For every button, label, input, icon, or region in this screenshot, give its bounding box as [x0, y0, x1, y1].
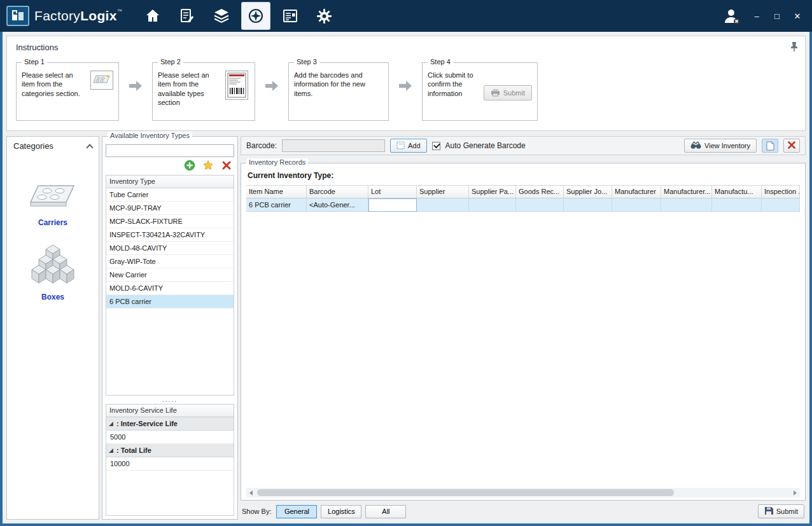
show-by-logistics-button[interactable]: Logistics: [321, 505, 361, 518]
grid-column-header[interactable]: Barcode: [307, 186, 368, 198]
trademark: ™: [117, 8, 122, 14]
scrollbar-track[interactable]: [256, 488, 790, 497]
show-by-all-button[interactable]: All: [365, 505, 406, 518]
app-logo: FactoryLogix™: [6, 6, 122, 26]
step-4-box: Step 4 Click submit to confirm the infor…: [422, 62, 538, 121]
inventory-type-row-selected[interactable]: 6 PCB carrier: [106, 295, 234, 308]
pin-icon[interactable]: [790, 41, 799, 53]
clear-button[interactable]: [783, 139, 800, 153]
delete-type-button[interactable]: [220, 160, 233, 172]
category-carriers[interactable]: Carriers: [7, 181, 99, 227]
records-footer: Show By: General Logistics All Submit: [241, 501, 806, 520]
grid-data-row[interactable]: 6 PCB carrier <Auto-Gener...: [246, 198, 800, 212]
panel-splitter[interactable]: .....: [106, 396, 234, 404]
grid-column-header[interactable]: Manufactu...: [712, 186, 762, 198]
red-x-icon: [787, 141, 796, 151]
home-icon[interactable]: [139, 3, 167, 29]
instruction-steps: Step 1 Please select an item from the ca…: [16, 62, 796, 121]
inventory-type-row[interactable]: MOLD-6-CAVITY: [106, 282, 234, 295]
grid-column-header[interactable]: Inspection ...: [762, 186, 800, 198]
show-by-general-button[interactable]: General: [276, 505, 317, 518]
cell-barcode[interactable]: <Auto-Gener...: [307, 198, 368, 212]
stack-icon[interactable]: [207, 3, 235, 29]
cell-supplier-part[interactable]: [469, 198, 516, 212]
inter-service-life-label: : Inter-Service Life: [116, 420, 178, 427]
close-button[interactable]: ✕: [789, 9, 806, 23]
inventory-type-list: Inventory Type Tube Carrier MCP-9UP-TRAY…: [106, 175, 234, 396]
categories-header: Categories: [7, 137, 99, 154]
cell-inspection[interactable]: [762, 198, 800, 212]
add-button[interactable]: Add: [390, 139, 427, 153]
show-by-label: Show By:: [242, 508, 271, 515]
save-floppy-icon: [764, 506, 773, 516]
view-inventory-button[interactable]: View Inventory: [684, 139, 757, 153]
worksheet-icon[interactable]: [173, 3, 201, 29]
scrollbar-thumb[interactable]: [257, 489, 674, 496]
cell-manufactu[interactable]: [712, 198, 762, 212]
app-window: FactoryLogix™: [0, 0, 812, 526]
barcode-input[interactable]: [282, 139, 385, 152]
cell-supplier[interactable]: [417, 198, 469, 212]
grid-column-header[interactable]: Supplier Pa...: [469, 186, 516, 198]
grid-column-header[interactable]: Manufacturer...: [661, 186, 712, 198]
cell-manufacturer-2[interactable]: [661, 198, 712, 212]
inventory-types-title: Available Inventory Types: [108, 132, 192, 139]
compass-icon[interactable]: [242, 3, 270, 29]
category-boxes[interactable]: Boxes: [7, 244, 99, 301]
grid-column-header[interactable]: Supplier: [417, 186, 469, 198]
submit-button[interactable]: Submit: [758, 504, 804, 518]
auto-generate-checkbox[interactable]: [432, 142, 440, 150]
minimize-button[interactable]: –: [748, 9, 765, 23]
service-life-group[interactable]: : Inter-Service Life: [106, 417, 234, 431]
horizontal-scrollbar[interactable]: [246, 488, 800, 497]
inventory-type-row[interactable]: New Carrier: [106, 268, 234, 282]
inventory-type-row[interactable]: Gray-WIP-Tote: [106, 255, 234, 268]
inter-service-life-value[interactable]: 5000: [106, 431, 234, 444]
maximize-button[interactable]: □: [769, 9, 785, 23]
main-content: Categories Carriers: [6, 136, 806, 520]
cell-lot[interactable]: [368, 198, 417, 212]
favorite-type-button[interactable]: [202, 160, 214, 172]
inventory-type-row[interactable]: MOLD-48-CAVITY: [106, 242, 234, 255]
grid-column-header[interactable]: Item Name: [246, 186, 307, 198]
cell-item-name[interactable]: 6 PCB carrier: [246, 198, 307, 212]
step-3-box: Step 3 Add the barcodes and information …: [288, 62, 389, 121]
user-status-icon[interactable]: [719, 4, 745, 27]
expand-triangle-icon: [109, 422, 113, 426]
inventory-records-panel: Inventory Records Current Inventory Type…: [241, 163, 806, 501]
records-area: Barcode: Add Auto Generate Barcode: [241, 136, 806, 520]
cell-supplier-job[interactable]: [564, 198, 612, 212]
gear-icon[interactable]: [311, 3, 339, 29]
collapse-icon[interactable]: [86, 144, 93, 151]
inventory-type-row[interactable]: MCP-9UP-TRAY: [106, 202, 234, 215]
total-life-value[interactable]: 10000: [106, 457, 234, 471]
scroll-left-icon[interactable]: [246, 488, 256, 497]
current-inventory-type-label: Current Inventory Type:: [248, 171, 800, 180]
copy-page-icon[interactable]: [762, 139, 778, 153]
main-nav: [139, 3, 339, 29]
grid-column-header[interactable]: Manufacturer: [612, 186, 661, 198]
scroll-right-icon[interactable]: [790, 488, 800, 497]
carrier-tray-icon: [28, 181, 78, 213]
app-title-part2: Logix: [80, 8, 117, 23]
step-3-text: Add the barcodes and information for the…: [294, 71, 377, 98]
grid-header-row: Item Name Barcode Lot Supplier Supplier …: [246, 186, 800, 198]
step-submit-button[interactable]: Submit: [484, 85, 532, 100]
grid-column-header[interactable]: Supplier Jo...: [564, 186, 612, 198]
grid-column-header[interactable]: Lot: [368, 186, 417, 198]
add-type-button[interactable]: [183, 160, 196, 172]
cell-goods-received[interactable]: [516, 198, 564, 212]
inventory-type-column-header[interactable]: Inventory Type: [106, 176, 234, 188]
service-life-panel: Inventory Service Life : Inter-Service L…: [106, 404, 234, 516]
service-life-group[interactable]: : Total Life: [106, 444, 234, 457]
categories-title: Categories: [13, 141, 53, 151]
cell-manufacturer[interactable]: [612, 198, 661, 212]
inventory-type-row[interactable]: INSPECT-T30421A-32CAVITY: [106, 228, 234, 242]
type-filter-input[interactable]: [106, 144, 234, 157]
inventory-type-row[interactable]: MCP-SLACK-FIXTURE: [106, 215, 234, 228]
grid-column-header[interactable]: Goods Rec...: [516, 186, 564, 198]
instructions-panel: Instructions Step 1 Please select an ite…: [6, 36, 806, 131]
inventory-type-row[interactable]: Tube Carrier: [106, 188, 234, 202]
news-icon[interactable]: [276, 3, 304, 29]
submit-button-label: Submit: [776, 508, 798, 515]
